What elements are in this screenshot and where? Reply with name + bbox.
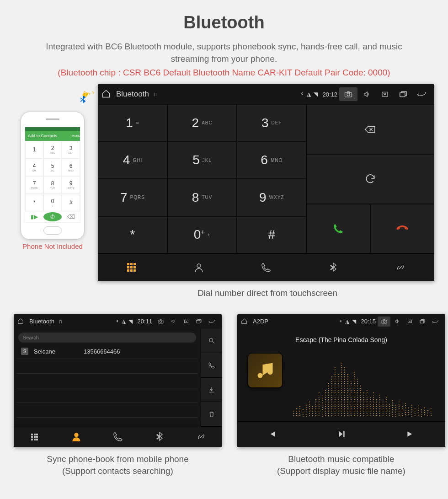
usb-icon: ⎍ (154, 91, 157, 97)
svg-point-10 (75, 433, 78, 437)
contact-name: Seicane (34, 348, 55, 355)
screenshot-button[interactable] (339, 87, 357, 101)
dial-key-9[interactable]: 9WXYZ (237, 179, 306, 216)
dial-key-4[interactable]: 4GHI (98, 142, 167, 179)
dialpad-icon (127, 263, 136, 272)
phone-key-2: 2ABC (43, 141, 62, 159)
screenshot-button[interactable] (378, 317, 390, 327)
tab-pair[interactable] (367, 254, 434, 281)
redial-key[interactable] (306, 154, 434, 204)
dial-key-#[interactable]: # (237, 216, 306, 254)
recent-apps-button[interactable] (192, 317, 205, 327)
home-icon[interactable] (241, 318, 247, 325)
phone-call-button: ✆ (43, 212, 62, 221)
tab-bluetooth[interactable] (139, 427, 180, 447)
a2dp-caption-l1: Bluetooth music compatible (288, 454, 394, 464)
person-icon (71, 431, 82, 442)
tab-call-log[interactable] (232, 254, 299, 281)
screen-title: Bluetooth (29, 318, 54, 325)
dial-key-5[interactable]: 5JKL (167, 142, 237, 179)
status-bar: Bluetooth ⎍ ◮ ◥ 20:12 (98, 84, 434, 104)
prev-track-button[interactable] (237, 422, 307, 447)
dial-key-8[interactable]: 8TUV (167, 179, 237, 216)
phone-key-*: * (25, 194, 43, 212)
dial-key-2[interactable]: 2ABC (167, 104, 237, 142)
dial-key-7[interactable]: 7PQRS (98, 179, 167, 216)
side-delete-button[interactable] (201, 402, 222, 427)
volume-button[interactable] (390, 317, 403, 327)
page-specs: (Bluetooth chip : CSR BC6 Default Blueto… (0, 68, 448, 84)
a2dp-caption-l2: (Support display music file name) (277, 466, 405, 476)
hangup-button[interactable] (370, 204, 434, 254)
status-bar-pb: Bluetooth ⎍ ◮ ◥ 20:11 (14, 314, 222, 329)
dial-key-*[interactable]: * (98, 216, 167, 254)
search-input[interactable]: Search (18, 333, 196, 343)
phone-backspace-icon: ⌫ (62, 211, 80, 222)
page-title: Bluetooth (0, 0, 448, 32)
tab-pair[interactable] (180, 427, 222, 447)
dial-key-0[interactable]: 0++ (167, 216, 237, 254)
side-download-button[interactable] (201, 378, 222, 402)
wifi-status-icon: ◥ (352, 318, 356, 325)
svg-point-1 (347, 93, 350, 96)
phone-video-icon: ▮▶ (25, 211, 43, 222)
dialer-caption: Dial number direct from touchscreen (0, 281, 448, 300)
usb-icon: ⎍ (59, 319, 62, 324)
svg-rect-14 (420, 321, 424, 323)
tab-dialpad[interactable] (14, 427, 55, 447)
bluetooth-tab-icon (154, 431, 165, 442)
close-button[interactable] (403, 317, 416, 327)
bluetooth-status-icon (115, 318, 119, 325)
tab-bluetooth[interactable] (300, 254, 367, 281)
phone-key-4: 4GHI (25, 159, 43, 177)
home-icon[interactable] (17, 318, 24, 325)
dial-key-6[interactable]: 6MNO (237, 142, 306, 179)
wifi-status-icon: ◥ (314, 91, 318, 97)
home-icon[interactable] (101, 89, 111, 100)
bluetooth-tab-icon (328, 262, 339, 273)
call-button[interactable] (306, 204, 370, 254)
tab-dialpad[interactable] (98, 254, 165, 281)
play-pause-button[interactable] (307, 422, 376, 447)
side-search-button[interactable] (201, 329, 222, 354)
tab-call-log[interactable] (97, 427, 139, 447)
svg-point-9 (209, 338, 213, 342)
dial-key-1[interactable]: 1∞ (98, 104, 167, 142)
side-call-button[interactable] (201, 353, 222, 378)
recent-apps-button[interactable] (394, 87, 412, 101)
gps-status-icon: ◮ (345, 318, 349, 325)
phone-icon (261, 262, 272, 273)
clock: 20:11 (137, 318, 152, 325)
phone-add-contacts-label: Add to Contacts (28, 134, 57, 138)
volume-button[interactable] (167, 317, 180, 327)
bluetooth-status-icon (299, 91, 304, 98)
volume-button[interactable] (357, 87, 376, 101)
screenshot-button[interactable] (154, 317, 167, 327)
phone-key-3: 3DEF (62, 141, 80, 159)
close-button[interactable] (180, 317, 192, 327)
track-title: Escape (The Pina Colada Song) (237, 329, 445, 348)
phone-key-5: 5JKL (43, 159, 62, 177)
phonebook-caption-l1: Sync phone-book from mobile phone (47, 454, 189, 464)
contact-row[interactable]: S Seicane 13566664466 (16, 344, 198, 359)
contact-number: 13566664466 (84, 348, 120, 355)
back-button[interactable] (205, 317, 218, 327)
dial-key-3[interactable]: 3DEF (237, 104, 306, 142)
back-button[interactable] (429, 317, 442, 327)
backspace-key[interactable] (306, 104, 434, 154)
recent-apps-button[interactable] (416, 317, 429, 327)
phone-key-1: 1 (25, 141, 43, 159)
next-track-button[interactable] (376, 422, 445, 447)
tab-contacts[interactable] (165, 254, 232, 281)
phone-key-6: 6MNO (62, 159, 80, 177)
gps-status-icon: ◮ (307, 91, 311, 97)
wifi-status-icon: ◥ (128, 318, 133, 325)
phone-key-8: 8TUV (43, 176, 62, 194)
clock: 20:12 (322, 91, 337, 98)
back-button[interactable] (412, 87, 431, 101)
page-subtitle: Integrated with BC6 Bluetooth module, su… (0, 32, 448, 68)
tab-contacts[interactable] (55, 427, 97, 447)
clock: 20:15 (361, 318, 376, 325)
close-button[interactable] (376, 87, 394, 101)
visualizer (292, 356, 436, 417)
